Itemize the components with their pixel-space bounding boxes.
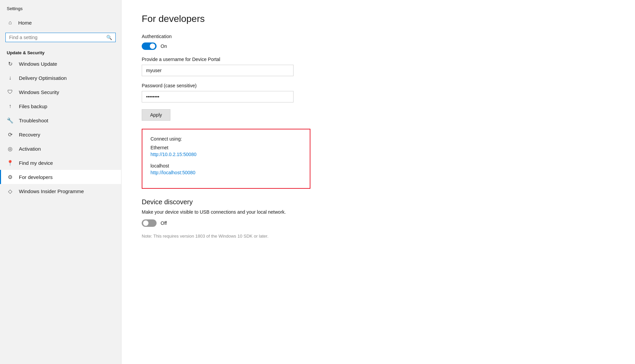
app-title: Settings: [0, 0, 121, 15]
password-label: Password (case sensitive): [142, 83, 615, 88]
sidebar-item-label-windows-update: Windows Update: [19, 61, 57, 67]
sidebar-item-windows-security[interactable]: 🛡Windows Security: [0, 85, 121, 99]
connect-heading: Connect using:: [150, 136, 302, 142]
device-discovery-desc: Make your device visible to USB connecti…: [142, 209, 615, 215]
sidebar-item-find-my-device[interactable]: 📍Find my device: [0, 156, 121, 170]
authentication-toggle[interactable]: [142, 42, 157, 50]
delivery-optimisation-icon: ↓: [7, 74, 13, 81]
localhost-label: localhost: [150, 163, 302, 169]
sidebar-item-activation[interactable]: ◎Activation: [0, 142, 121, 156]
sidebar-item-windows-insider[interactable]: ◇Windows Insider Programme: [0, 184, 121, 198]
sidebar-item-label-activation: Activation: [19, 146, 41, 152]
sidebar-item-recovery[interactable]: ⟳Recovery: [0, 127, 121, 142]
authentication-toggle-row: On: [142, 42, 615, 50]
connect-box: Connect using: Ethernet http://10.0.2.15…: [142, 129, 310, 189]
ethernet-label: Ethernet: [150, 145, 302, 150]
windows-update-icon: ↻: [7, 60, 13, 67]
toggle-off-label: Off: [161, 220, 167, 226]
sidebar-item-label-troubleshoot: Troubleshoot: [19, 118, 48, 123]
device-discovery-title: Device discovery: [142, 198, 615, 206]
apply-button[interactable]: Apply: [142, 109, 170, 121]
section-label: Update & Security: [0, 48, 121, 57]
windows-security-icon: 🛡: [7, 89, 13, 95]
search-icon: 🔍: [106, 35, 112, 40]
sidebar-item-label-delivery-optimisation: Delivery Optimisation: [19, 75, 67, 81]
search-box[interactable]: 🔍: [5, 33, 116, 42]
files-backup-icon: ↑: [7, 103, 13, 110]
windows-insider-icon: ◇: [7, 188, 13, 194]
home-label: Home: [18, 20, 32, 26]
note-text: Note: This requires version 1803 of the …: [142, 234, 615, 239]
password-field[interactable]: [142, 91, 294, 102]
home-icon: ⌂: [7, 19, 13, 26]
sidebar-item-troubleshoot[interactable]: 🔧Troubleshoot: [0, 113, 121, 127]
nav-items: ↻Windows Update↓Delivery Optimisation🛡Wi…: [0, 57, 121, 198]
troubleshoot-icon: 🔧: [7, 117, 13, 124]
discovery-toggle-row: Off: [142, 219, 615, 227]
localhost-link[interactable]: http://localhost:50080: [150, 170, 302, 175]
sidebar-item-label-recovery: Recovery: [19, 132, 40, 138]
find-my-device-icon: 📍: [7, 159, 13, 166]
sidebar-item-label-windows-insider: Windows Insider Programme: [19, 188, 84, 194]
discovery-toggle[interactable]: [142, 219, 157, 227]
sidebar-item-label-for-developers: For developers: [19, 174, 53, 180]
authentication-label: Authentication: [142, 34, 615, 39]
sidebar: Settings ⌂ Home 🔍 Update & Security ↻Win…: [0, 0, 121, 364]
main-content: For developers Authentication On Provide…: [121, 0, 635, 364]
sidebar-item-label-windows-security: Windows Security: [19, 89, 59, 95]
sidebar-item-windows-update[interactable]: ↻Windows Update: [0, 57, 121, 71]
activation-icon: ◎: [7, 145, 13, 152]
sidebar-item-delivery-optimisation[interactable]: ↓Delivery Optimisation: [0, 71, 121, 85]
sidebar-item-home[interactable]: ⌂ Home: [0, 15, 121, 30]
username-label: Provide a username for Device Portal: [142, 57, 615, 62]
sidebar-item-for-developers[interactable]: ⚙For developers: [0, 170, 121, 184]
for-developers-icon: ⚙: [7, 174, 13, 180]
toggle-on-label: On: [161, 43, 167, 49]
recovery-icon: ⟳: [7, 131, 13, 138]
page-title: For developers: [142, 13, 615, 24]
sidebar-item-label-files-backup: Files backup: [19, 103, 47, 109]
search-input[interactable]: [9, 35, 106, 40]
username-field[interactable]: [142, 65, 294, 76]
sidebar-item-files-backup[interactable]: ↑Files backup: [0, 99, 121, 113]
ethernet-link[interactable]: http://10.0.2.15:50080: [150, 152, 302, 157]
sidebar-item-label-find-my-device: Find my device: [19, 160, 53, 166]
